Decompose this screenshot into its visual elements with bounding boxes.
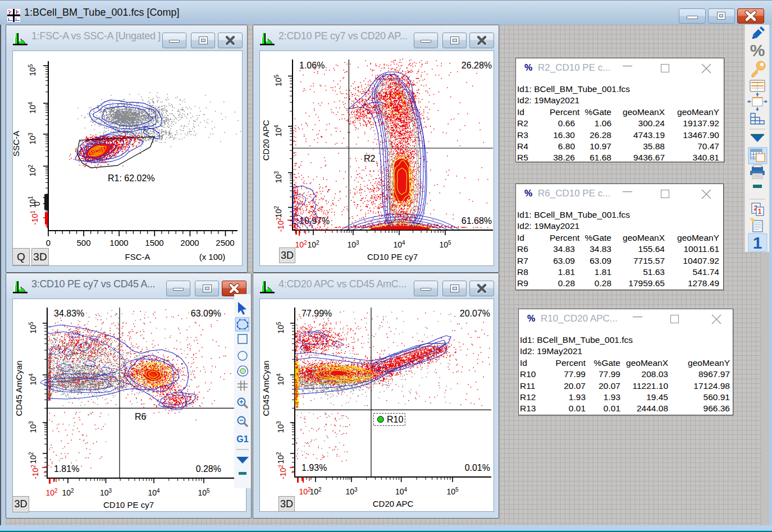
svg-text:102: 102 — [273, 205, 283, 218]
svg-text:102: 102 — [276, 452, 285, 464]
svg-text:-102: -102 — [30, 465, 40, 479]
svg-text:105: 105 — [439, 240, 451, 249]
svg-text:105: 105 — [276, 322, 285, 334]
svg-text:1500: 1500 — [145, 238, 163, 247]
svg-text:2000: 2000 — [180, 238, 199, 247]
svg-text:SSC-A: SSC-A — [13, 131, 21, 157]
svg-text:1000: 1000 — [109, 238, 128, 247]
svg-text:20.07%: 20.07% — [460, 309, 490, 318]
svg-text:0.01%: 0.01% — [465, 463, 490, 473]
svg-text:105: 105 — [273, 74, 283, 86]
svg-text:%: % — [750, 41, 765, 59]
svg-text:-102: -102 — [276, 217, 285, 232]
svg-text:1.93%: 1.93% — [302, 463, 327, 473]
svg-text:CD20 APC: CD20 APC — [373, 499, 414, 508]
svg-text:103: 103 — [100, 488, 112, 497]
svg-text:-102: -102 — [278, 465, 287, 479]
svg-text:61.68%: 61.68% — [462, 216, 492, 226]
svg-text:34.83%: 34.83% — [54, 309, 84, 318]
svg-text:CD10 PE cy7: CD10 PE cy7 — [103, 500, 154, 510]
svg-text:CD10 PE cy7: CD10 PE cy7 — [367, 252, 418, 262]
svg-text:0: 0 — [46, 238, 51, 247]
svg-text:103: 103 — [276, 421, 285, 433]
svg-text:R6: R6 — [135, 412, 147, 421]
svg-text:2500: 2500 — [216, 238, 234, 247]
svg-text:1.06%: 1.06% — [299, 61, 325, 70]
svg-text:500: 500 — [76, 238, 90, 247]
svg-text:104: 104 — [276, 373, 285, 386]
svg-text:105: 105 — [446, 487, 459, 496]
svg-text:1: 1 — [758, 208, 762, 215]
svg-text:104: 104 — [28, 102, 37, 114]
svg-text:(x 100): (x 100) — [199, 252, 226, 262]
svg-text:G1: G1 — [236, 434, 248, 444]
svg-text:R10: R10 — [387, 415, 403, 424]
svg-text:CD20 APC: CD20 APC — [261, 120, 271, 161]
svg-text:105: 105 — [28, 64, 37, 76]
svg-text:102: 102 — [309, 487, 322, 496]
svg-text:103: 103 — [28, 421, 38, 433]
svg-text:102: 102 — [62, 488, 74, 497]
svg-text:103: 103 — [28, 132, 37, 145]
svg-text:77.99%: 77.99% — [302, 309, 332, 318]
svg-text:1: 1 — [753, 233, 762, 252]
svg-text:102: 102 — [45, 488, 58, 497]
svg-text:105: 105 — [198, 488, 210, 497]
svg-text:102: 102 — [28, 452, 38, 464]
svg-text:-101: -101 — [30, 210, 39, 225]
svg-text:63.09%: 63.09% — [191, 309, 221, 318]
svg-text:103: 103 — [345, 487, 358, 496]
svg-text:102: 102 — [295, 240, 307, 249]
svg-text:104: 104 — [148, 488, 160, 497]
svg-text:104: 104 — [273, 125, 283, 137]
svg-text:103: 103 — [347, 240, 359, 249]
svg-text:102: 102 — [28, 164, 37, 177]
svg-text:104: 104 — [393, 240, 405, 249]
svg-text:CD45 AmCyan: CD45 AmCyan — [14, 360, 24, 416]
svg-text:103: 103 — [273, 171, 283, 184]
svg-text:102: 102 — [307, 240, 319, 249]
svg-text:26.28%: 26.28% — [462, 61, 492, 70]
svg-text:104: 104 — [395, 487, 408, 496]
svg-text:R1: 62.02%: R1: 62.02% — [108, 173, 155, 183]
svg-text:1.81%: 1.81% — [54, 464, 79, 474]
svg-text:CD45 AmCyan: CD45 AmCyan — [261, 360, 271, 416]
svg-text:FSC-A: FSC-A — [125, 252, 150, 262]
svg-text:104: 104 — [28, 373, 38, 386]
svg-text:0.28%: 0.28% — [196, 464, 221, 474]
svg-text:105: 105 — [28, 322, 38, 334]
svg-text:0: 0 — [33, 201, 42, 206]
